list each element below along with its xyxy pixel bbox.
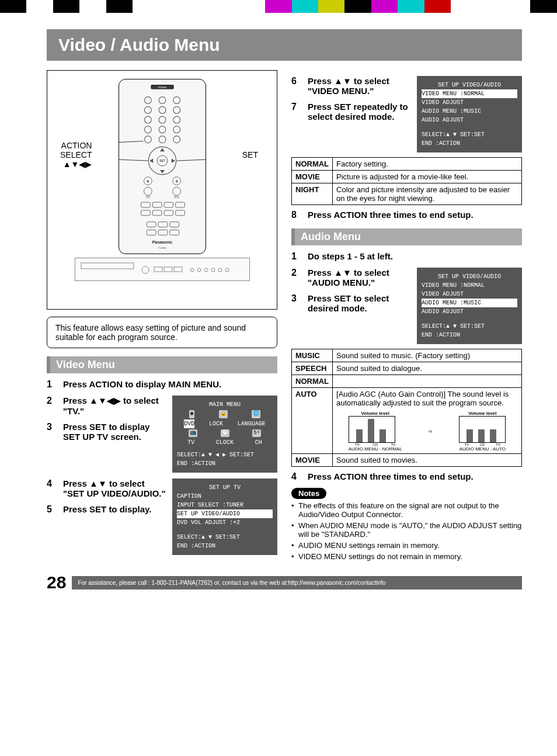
svg-point-14 [144,136,151,143]
svg-rect-55 [174,267,182,272]
step-text: Press SET to display SET UP TV screen. [63,422,166,442]
svg-text:TV/DVD: TV/DVD [158,247,166,249]
svg-point-59 [211,268,215,272]
svg-text:Panasonic: Panasonic [152,240,172,244]
step-number: 1 [291,251,302,262]
svg-marker-20 [160,148,165,151]
page-title: Video / Audio Menu [47,29,522,61]
step-number: 7 [291,102,302,122]
notes-badge: Notes [291,488,326,499]
svg-rect-34 [163,202,173,207]
svg-text:SET: SET [159,159,165,162]
step-text: Press ACTION three times to end setup. [308,210,522,220]
svg-rect-36 [141,210,150,216]
svg-point-12 [159,126,166,133]
step-number: 2 [47,396,57,416]
footer-assistance: For assistance, please call : 1-800-211-… [72,576,522,589]
osd-main-menu: MAIN MENU ◉🔒🌐 DVD LOCK LANGUAGE 📺🕐5³ TV … [172,396,277,473]
label-set: SET [242,150,258,159]
svg-point-3 [159,97,166,104]
svg-point-6 [159,106,166,113]
svg-point-15 [159,136,166,143]
svg-point-11 [144,126,151,133]
svg-marker-22 [149,158,153,163]
svg-point-16 [173,136,180,143]
svg-rect-37 [152,210,162,216]
step-number: 2 [291,268,302,287]
step-text: Press ▲▼ to select "AUDIO MENU." [308,268,411,287]
step-number: 6 [291,76,302,96]
intro-text: This feature allows easy setting of pict… [47,317,277,348]
svg-rect-39 [175,210,184,216]
osd-video-audio: SET UP VIDEO/AUDIO VIDEO MENU :NORMALVID… [417,268,522,344]
step-number: 1 [47,379,57,390]
notes-list: The effects of this feature on the signa… [291,501,522,561]
svg-text:+: + [175,179,177,183]
svg-point-13 [173,126,180,133]
svg-rect-44 [158,230,168,235]
label-action: ACTION [60,141,92,150]
svg-rect-32 [141,202,150,207]
svg-point-60 [218,268,222,272]
step-text: Press ▲▼◀▶ to select "TV." [63,396,166,416]
step-text: Press ▲▼ to select "VIDEO MENU." [308,76,411,96]
svg-line-50 [176,159,205,161]
svg-point-2 [144,97,151,104]
svg-line-49 [119,159,148,161]
video-mode-table: NORMALFactory setting.MOVIEPicture is ad… [291,157,522,205]
svg-rect-41 [158,222,168,227]
label-select: SELECT [60,150,92,159]
svg-text:POWER: POWER [158,86,166,89]
svg-point-57 [197,268,201,272]
svg-rect-43 [147,230,156,235]
step-text: Press ▲▼ to select "SET UP VIDEO/AUDIO." [63,478,166,498]
svg-point-10 [173,116,180,123]
svg-text:CH: CH [145,196,150,199]
svg-marker-21 [160,170,165,174]
svg-point-8 [144,116,151,123]
step-text: Press SET to display. [63,504,166,515]
step-number: 5 [47,504,57,515]
svg-point-9 [159,116,166,123]
svg-rect-53 [154,267,162,272]
svg-point-58 [204,268,208,272]
remote-diagram: ACTION SELECT ▲▼◀▶ SET POWER [47,70,277,310]
svg-rect-42 [169,222,179,227]
audio-mode-table: MUSICSound suited to music. (Factory set… [291,349,522,467]
svg-rect-35 [175,202,184,207]
audio-menu-heading: Audio Menu [291,228,522,245]
svg-rect-45 [169,230,179,235]
page-number: 28 [47,573,66,592]
dvd-player-diagram [75,258,250,281]
remote-body: POWER SET [119,79,206,254]
video-menu-heading: Video Menu [47,356,277,373]
svg-rect-54 [164,267,172,272]
step-number: 3 [47,422,57,442]
step-text: Press ACTION to display MAIN MENU. [63,379,277,390]
svg-point-56 [190,268,194,272]
svg-marker-23 [171,158,175,163]
svg-rect-51 [81,263,134,269]
svg-point-7 [173,106,180,113]
svg-line-48 [119,141,143,143]
step-text: Press SET to select desired mode. [308,293,411,313]
step-number: 8 [291,210,302,220]
svg-point-4 [173,97,180,104]
step-number: 4 [291,471,302,482]
step-number: 4 [47,478,57,498]
step-text: Press ACTION three times to end setup. [308,471,522,482]
label-arrows: ▲▼◀▶ [60,159,92,169]
svg-point-28 [144,188,152,196]
svg-point-61 [225,268,229,272]
svg-rect-33 [152,202,162,207]
osd-video-audio: SET UP VIDEO/AUDIO VIDEO MENU :NORMALVID… [417,76,522,152]
svg-point-5 [144,106,151,113]
step-number: 3 [291,293,302,313]
svg-text:+: + [147,179,149,183]
osd-setup-tv: SET UP TV CAPTIONINPUT SELECT :TUNERSET … [172,478,277,555]
svg-point-29 [172,188,180,196]
svg-point-52 [142,266,149,273]
step-text: Do steps 1 - 5 at left. [308,251,522,262]
step-text: Press SET repeatedly to select desired m… [308,102,411,122]
svg-text:VOL: VOL [173,196,179,199]
